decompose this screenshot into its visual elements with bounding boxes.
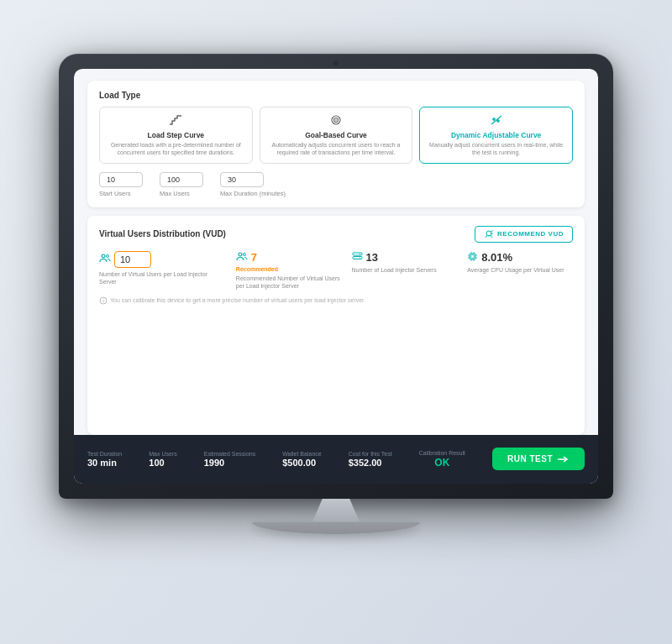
load-goal-icon xyxy=(269,114,404,128)
vus-per-server-input[interactable] xyxy=(114,251,151,268)
max-users-bottom-label: Max Users xyxy=(149,451,176,457)
stat2-label: Recommended Number of Virtual Users per … xyxy=(236,275,342,290)
svg-point-13 xyxy=(239,253,242,256)
monitor-stand-neck xyxy=(302,499,370,522)
monitor-bezel: Load Type Load Step Curve xyxy=(74,69,598,484)
arrow-right-icon xyxy=(558,455,570,463)
recommended-badge: Recommended xyxy=(236,266,342,272)
load-step-desc: Generated loads with a pre-determined nu… xyxy=(108,141,244,156)
stat4-value: 8.01% xyxy=(481,251,512,264)
calibrate-text: You can calibrate this device to get a m… xyxy=(110,297,365,303)
max-users-bottom-value: 100 xyxy=(149,458,176,468)
svg-point-11 xyxy=(102,254,105,258)
vud-header: Virtual Users Distribution (VUD) RECOMME… xyxy=(99,226,573,243)
recommend-btn-label: RECOMMEND VUD xyxy=(497,230,564,238)
input-row: Start Users Max Users Max Duration (minu… xyxy=(99,172,573,197)
svg-point-17 xyxy=(359,254,360,254)
screen: Load Type Load Step Curve xyxy=(74,69,598,484)
stat2-value: 7 xyxy=(251,251,257,264)
max-users-label: Max Users xyxy=(160,190,203,197)
load-goal-title: Goal-Based Curve xyxy=(269,131,404,139)
max-users-group: Max Users xyxy=(160,172,203,197)
sessions-value: 1990 xyxy=(204,458,255,468)
load-step-icon xyxy=(108,114,244,128)
vud-section: Virtual Users Distribution (VUD) RECOMME… xyxy=(87,216,585,435)
load-option-goal[interactable]: Goal-Based Curve Automatically adjusts c… xyxy=(260,107,413,164)
recommend-vud-button[interactable]: RECOMMEND VUD xyxy=(475,226,573,243)
stat3-label: Number of Load Injector Servers xyxy=(352,266,458,274)
calibration-ok: OK xyxy=(434,457,449,469)
svg-point-18 xyxy=(359,257,360,258)
monitor: Load Type Load Step Curve xyxy=(59,54,613,591)
bottom-stat-cost: Cost for this Test $352.00 xyxy=(349,451,392,468)
monitor-stand-base xyxy=(252,522,420,534)
load-dynamic-title: Dynamic Adjustable Curve xyxy=(428,131,564,139)
max-duration-input[interactable] xyxy=(220,172,264,187)
stat2-icon-row: 7 xyxy=(236,251,342,264)
wallet-value: $500.00 xyxy=(282,458,321,468)
vud-title: Virtual Users Distribution (VUD) xyxy=(99,229,226,238)
stat-load-servers: 13 Number of Load Injector Servers xyxy=(352,251,458,290)
stat-cpu-usage: 8.01% Average CPU Usage per Virtual User xyxy=(467,251,573,290)
load-goal-desc: Automatically adjusts concurrent users t… xyxy=(269,141,404,156)
cost-label: Cost for this Test xyxy=(349,451,392,457)
screen-content: Load Type Load Step Curve xyxy=(74,69,598,435)
bottom-bar: Test Duration 30 min Max Users 100 Estim… xyxy=(74,435,598,484)
load-type-grid: Load Step Curve Generated loads with a p… xyxy=(99,107,573,164)
svg-point-31 xyxy=(103,298,104,299)
load-dynamic-icon xyxy=(428,114,564,128)
svg-point-12 xyxy=(107,255,109,258)
info-icon xyxy=(99,296,108,305)
stat3-value: 13 xyxy=(366,251,378,264)
stat1-icon-row xyxy=(99,251,226,268)
users-icon-1 xyxy=(99,254,111,264)
stat-vus-per-server: Number of Virtual Users per Load Injecto… xyxy=(99,251,226,290)
calibration-label: Calibration Result xyxy=(419,450,465,456)
stat4-label: Average CPU Usage per Virtual User xyxy=(467,266,573,274)
load-option-dynamic[interactable]: Dynamic Adjustable Curve Manually adjust… xyxy=(419,107,573,164)
stat1-label: Number of Virtual Users per Load Injecto… xyxy=(99,270,226,285)
stat4-icon-row: 8.01% xyxy=(467,251,573,264)
cpu-icon xyxy=(467,251,478,264)
load-step-title: Load Step Curve xyxy=(108,131,244,139)
bottom-stat-sessions: Estimated Sessions 1990 xyxy=(204,451,255,468)
start-users-label: Start Users xyxy=(99,190,143,197)
svg-point-14 xyxy=(243,253,245,255)
cost-value: $352.00 xyxy=(349,458,392,468)
server-icon xyxy=(352,252,363,263)
svg-line-9 xyxy=(491,230,493,232)
bottom-stat-max-users: Max Users 100 xyxy=(149,451,176,468)
stat3-icon-row: 13 xyxy=(352,251,458,264)
svg-rect-20 xyxy=(471,254,475,258)
users-icon-2 xyxy=(236,252,248,263)
load-type-section: Load Type Load Step Curve xyxy=(87,81,585,207)
max-users-input[interactable] xyxy=(160,172,203,187)
vud-stats: Number of Virtual Users per Load Injecto… xyxy=(99,251,573,290)
max-duration-label: Max Duration (minutes) xyxy=(220,190,286,197)
bottom-stat-wallet: Wallet Balance $500.00 xyxy=(282,451,321,468)
load-option-step[interactable]: Load Step Curve Generated loads with a p… xyxy=(99,107,253,164)
camera xyxy=(333,60,339,65)
svg-point-2 xyxy=(335,119,337,121)
bottom-stat-duration: Test Duration 30 min xyxy=(87,451,122,468)
load-type-title: Load Type xyxy=(99,91,573,100)
sessions-label: Estimated Sessions xyxy=(204,451,255,457)
max-duration-group: Max Duration (minutes) xyxy=(220,172,286,197)
duration-value: 30 min xyxy=(87,458,122,468)
recommend-icon xyxy=(484,230,494,238)
svg-rect-19 xyxy=(470,254,475,259)
calibration-result: Calibration Result OK xyxy=(419,450,465,469)
start-users-input[interactable] xyxy=(99,172,143,187)
monitor-body: Load Type Load Step Curve xyxy=(59,54,613,499)
svg-rect-15 xyxy=(353,253,362,255)
load-dynamic-desc: Manually adjust concurrent users in real… xyxy=(428,141,564,156)
stat-recommended-vus: 7 Recommended Recommended Number of Virt… xyxy=(236,251,342,290)
svg-line-3 xyxy=(491,116,501,124)
calibrate-note: You can calibrate this device to get a m… xyxy=(99,296,573,305)
wallet-label: Wallet Balance xyxy=(282,451,321,457)
start-users-group: Start Users xyxy=(99,172,143,197)
run-test-button[interactable]: RUN TEST xyxy=(492,448,585,470)
svg-rect-16 xyxy=(353,256,362,259)
run-test-label: RUN TEST xyxy=(507,454,553,463)
duration-label: Test Duration xyxy=(87,451,122,457)
